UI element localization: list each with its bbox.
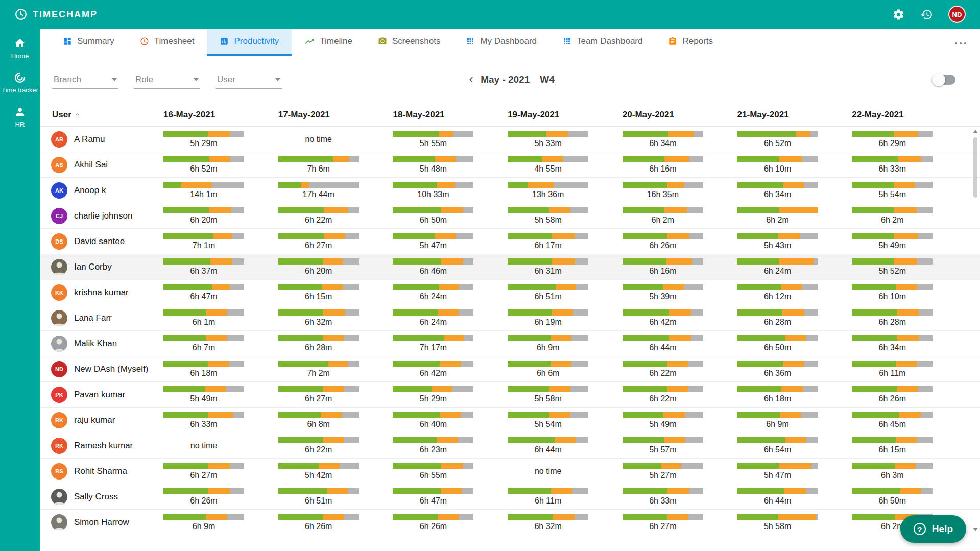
bar-productive-segment [737, 309, 782, 316]
history-icon[interactable] [920, 8, 933, 21]
time-label: 5h 33m [508, 139, 588, 148]
sidebar-item-time-tracker[interactable]: Time tracker [0, 66, 40, 100]
tab-summary[interactable]: Summary [50, 29, 127, 56]
productivity-bar: 6h 23m [393, 437, 473, 454]
table-row[interactable]: NDNew DAsh (Myself)6h 18m7h 2m6h 42m6h 6… [40, 356, 980, 382]
scroll-down-arrow[interactable] [973, 528, 978, 531]
bar-track [393, 437, 473, 443]
tab-timeline[interactable]: Timeline [292, 29, 365, 56]
bar-neutral-segment [208, 361, 229, 367]
table-row[interactable]: CJcharlie johnson6h 20m6h 22m6h 50m5h 58… [40, 203, 980, 229]
day-cell: 14h 1m [163, 182, 278, 199]
user-cell: ARA Ramu [40, 131, 163, 148]
table-row[interactable]: ASAkhil Sai6h 52m7h 6m5h 48m4h 55m6h 16m… [40, 152, 980, 178]
day-cell: 6h 28m [737, 309, 852, 327]
bar-neutral-segment [209, 207, 231, 213]
table-row[interactable]: AKAnoop k14h 1m17h 44m10h 33m13h 36m16h … [40, 178, 980, 203]
bar-neutral-segment [323, 437, 344, 443]
tab-team-dashboard[interactable]: Team Dashboard [549, 29, 655, 56]
sidebar-item-hr[interactable]: HR [0, 100, 40, 134]
bar-track [737, 284, 818, 290]
bar-neutral-segment [542, 156, 563, 162]
bar-productive-segment [737, 361, 783, 367]
day-cell: 7h 17m [393, 335, 508, 352]
table-row[interactable]: RKraju kumar6h 33m6h 8m6h 40m5h 54m5h 49… [40, 408, 980, 433]
time-label: 6h 47m [393, 496, 473, 506]
table-row[interactable]: Lana Farr6h 1m6h 32m6h 24m6h 19m6h 42m6h… [40, 305, 980, 331]
time-label: 6h 22m [278, 215, 359, 225]
settings-icon[interactable] [892, 8, 905, 21]
time-label: 6h 9m [163, 522, 244, 530]
tab-timesheet[interactable]: Timesheet [127, 29, 207, 56]
table-row[interactable]: Sally Cross6h 26m6h 51m6h 47m6h 11m6h 33… [40, 484, 980, 510]
time-label: 6h 27m [623, 522, 703, 530]
user-avatar[interactable]: ND [948, 6, 966, 23]
time-label: 6h 22m [278, 445, 359, 454]
avatar: KK [51, 284, 67, 301]
chevron-left-icon[interactable] [465, 74, 476, 85]
column-header-date: 16-May-2021 [163, 110, 278, 120]
time-label: 6h 36m [737, 369, 818, 378]
table-row[interactable]: Ian Corby6h 37m6h 20m6h 46m6h 31m6h 16m6… [40, 254, 980, 280]
bar-productive-segment [278, 156, 333, 162]
productivity-bar: 6h 24m [393, 309, 473, 327]
more-options-icon[interactable] [954, 38, 967, 47]
tab-screenshots[interactable]: Screenshots [365, 29, 453, 56]
help-button[interactable]: ? Help [900, 515, 966, 543]
bar-neutral-segment [328, 361, 349, 367]
bar-track [163, 463, 244, 469]
tab-reports[interactable]: Reports [655, 29, 726, 56]
table-row[interactable]: RSRohit Sharma6h 27m5h 42m6h 55mno time5… [40, 459, 980, 484]
bar-neutral-segment [782, 309, 804, 316]
scroll-up-arrow[interactable] [973, 130, 978, 133]
day-cell: 6h 52m [163, 156, 278, 174]
productivity-bar: 6h 11m [508, 488, 588, 506]
day-cell: 5h 54m [852, 182, 967, 199]
bar-neutral-segment [546, 131, 568, 137]
column-header-user[interactable]: User [40, 110, 163, 120]
table-row[interactable]: DSDavid santee7h 1m6h 27m5h 47m6h 17m6h … [40, 229, 980, 254]
user-name: Pavan kumar [74, 390, 125, 400]
day-cell: 6h 28m [852, 309, 967, 327]
bar-neutral-segment [778, 233, 800, 239]
bar-productive-segment [737, 412, 780, 418]
bar-productive-segment [508, 233, 552, 239]
bar-track [163, 488, 244, 494]
branch-filter[interactable]: Branch [52, 71, 118, 89]
vertical-scrollbar[interactable] [971, 129, 979, 532]
day-cell: 6h 32m [278, 309, 393, 327]
user-name: raju kumar [74, 415, 115, 425]
user-cell: Sally Cross [40, 489, 163, 505]
role-filter[interactable]: Role [134, 71, 200, 89]
bar-productive-segment [508, 258, 552, 265]
productivity-bar: 6h 50m [393, 207, 473, 225]
bar-track [623, 258, 703, 265]
user-name: Akhil Sai [74, 160, 108, 170]
tab-my-dashboard[interactable]: My Dashboard [453, 29, 549, 56]
scrollbar-thumb[interactable] [973, 137, 977, 198]
toggle-switch[interactable] [932, 75, 955, 85]
sidebar-item-home[interactable]: Home [0, 32, 40, 66]
table-row[interactable]: Malik Khan6h 7m6h 28m7h 17m6h 9m6h 44m6h… [40, 331, 980, 356]
tab-productivity[interactable]: Productivity [207, 29, 292, 56]
user-filter[interactable]: User [216, 71, 282, 89]
bar-productive-segment [852, 182, 894, 188]
chevron-down-icon [112, 78, 117, 81]
table-row[interactable]: PKPavan kumar5h 49m6h 27m5h 29m5h 58m6h … [40, 382, 980, 408]
day-cell: 6h 11m [508, 488, 623, 506]
bar-track [737, 488, 818, 494]
productivity-bar: 6h 7m [163, 335, 244, 352]
tab-label: Productivity [234, 36, 279, 46]
table-row[interactable]: ARA Ramu5h 29mno time5h 55m5h 33m6h 34m6… [40, 127, 980, 152]
day-cell: 6h 16m [623, 258, 737, 276]
user-name: Anoop k [74, 185, 106, 196]
productivity-bar: 5h 43m [737, 233, 818, 250]
bar-neutral-segment [667, 386, 688, 392]
table-row[interactable]: KKkrishna kumar6h 47m6h 15m6h 24m6h 51m5… [40, 280, 980, 305]
table-row[interactable]: RKRamesh kumarno time6h 22m6h 23m6h 44m5… [40, 433, 980, 459]
table-row[interactable]: Simon Harrow6h 9m6h 26m6h 26m6h 32m6h 27… [40, 510, 980, 530]
time-label: 17h 44m [278, 190, 359, 199]
tab-label: Timeline [320, 36, 352, 46]
time-label: 6h 46m [393, 267, 473, 276]
sidebar-item-label: Home [11, 52, 29, 60]
